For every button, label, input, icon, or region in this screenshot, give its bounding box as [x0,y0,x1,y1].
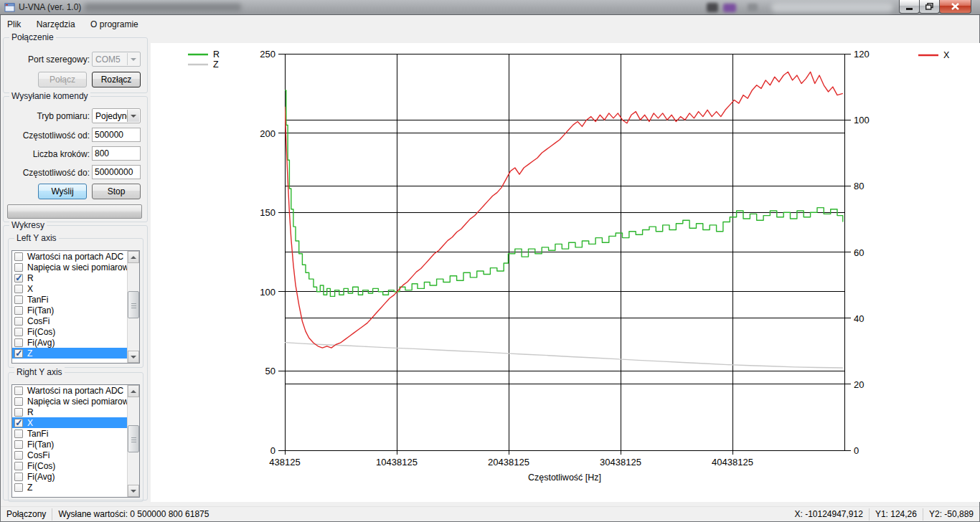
list-item[interactable]: X [12,417,127,428]
checkbox-icon[interactable] [14,263,23,272]
menu-plik[interactable]: Plik [1,16,27,32]
chart-panel[interactable]: 0501001502002500204060801001204381251043… [151,43,980,502]
list-item[interactable]: R [12,272,127,283]
list-item[interactable]: CosFi [12,450,127,460]
scroll-up-button[interactable] [128,251,139,263]
list-item-label: X [27,284,33,294]
checkbox-icon[interactable] [14,451,23,460]
checkbox-icon[interactable] [14,430,23,438]
list-item[interactable]: Wartości na portach ADC [12,385,127,396]
triangle-up-icon [131,390,136,393]
restore-button[interactable] [919,0,940,14]
right-axis-tick-label: 60 [854,247,864,258]
list-item[interactable]: Napięcia w sieci pomiarowej [12,262,127,272]
list-item[interactable]: Fi(Tan) [12,305,127,315]
list-item[interactable]: Napięcia w sieci pomiarowej [12,396,127,407]
checkbox-checked-icon[interactable] [14,274,23,283]
steps-input[interactable] [92,146,141,161]
minimize-icon [906,4,913,10]
right-y-axis-list[interactable]: Wartości na portach ADCNapięcia w sieci … [11,384,140,498]
list-item[interactable]: Fi(Avg) [12,471,127,482]
left-y-axis-group: Left Y axis Wartości na portach ADCNapię… [8,238,143,368]
checkbox-icon[interactable] [14,295,23,304]
right-axis-tick-label: 0 [854,445,859,456]
left-axis-tick-label: 250 [260,49,275,60]
list-item[interactable]: TanFi [12,294,127,305]
list-item[interactable]: Fi(Tan) [12,439,127,450]
list-item-label: Fi(Tan) [27,305,54,315]
triangle-down-icon [131,490,136,493]
checkbox-icon[interactable] [14,285,23,293]
left-list-scrollbar[interactable] [127,251,139,363]
serial-port-label: Port szeregowy: [6,54,90,65]
scroll-up-button[interactable] [128,385,139,397]
list-item[interactable]: Z [12,482,127,493]
stop-button[interactable]: Stop [92,184,141,199]
list-item[interactable]: R [12,407,127,417]
left-axis-tick-label: 150 [260,207,275,218]
charts-group-title: Wykresy [9,220,47,230]
checkbox-icon[interactable] [14,317,23,326]
scroll-down-button[interactable] [128,485,139,497]
restore-icon [925,3,933,10]
checkbox-checked-icon[interactable] [14,419,23,427]
left-y-axis-list[interactable]: Wartości na portach ADCNapięcia w sieci … [11,250,140,364]
checkbox-icon[interactable] [14,483,23,492]
checkbox-icon[interactable] [14,397,23,406]
freq-to-input[interactable] [92,165,141,179]
list-item[interactable]: TanFi [12,428,127,439]
list-item[interactable]: CosFi [12,315,127,326]
checkbox-icon[interactable] [14,306,23,315]
measure-mode-select[interactable]: Pojedyncz [92,108,141,123]
right-axis-tick-label: 40 [854,313,864,324]
serial-port-select: COM5 [92,52,141,67]
frequency-chart[interactable]: 0501001502002500204060801001204381251043… [151,43,980,502]
thumb-grip-icon [131,437,136,438]
list-item[interactable]: Fi(Avg) [12,337,127,348]
list-item[interactable]: Fi(Cos) [12,460,127,471]
scrollbar-thumb[interactable] [128,291,139,318]
status-connection: Połączony [1,509,52,519]
right-y-axis-group: Right Y axis Wartości na portach ADCNapi… [8,372,143,502]
send-button[interactable]: Wyślij [38,184,87,199]
freq-from-input[interactable] [92,128,141,142]
checkbox-icon[interactable] [14,328,23,336]
serial-port-value: COM5 [95,54,121,65]
scroll-down-button[interactable] [128,351,139,363]
close-button[interactable] [939,0,971,14]
list-item-label: Wartości na portach ADC [27,386,123,396]
connect-button: Połącz [38,72,87,87]
checkbox-icon[interactable] [14,386,23,395]
redacted-toolbar-area [771,2,893,12]
minimize-button[interactable] [899,0,920,14]
status-sent-values: Wysłane wartości: 0 500000 800 61875 [52,509,215,519]
list-item[interactable]: Z [12,348,127,359]
combo-dropdown-button[interactable] [127,110,139,122]
list-item-label: CosFi [27,450,50,460]
redacted-tray-icon [748,4,758,11]
checkbox-icon[interactable] [14,473,23,481]
checkbox-checked-icon[interactable] [14,349,23,358]
list-item[interactable]: Fi(Cos) [12,326,127,337]
checkbox-icon[interactable] [14,252,23,261]
checkbox-icon[interactable] [14,408,23,417]
legend-label-X: X [943,50,950,60]
disconnect-button[interactable]: Rozłącz [92,72,141,87]
legend-label-R: R [213,49,220,60]
list-item-label: Fi(Cos) [27,327,55,337]
legend-label-Z: Z [213,60,219,70]
checkbox-icon[interactable] [14,440,23,449]
menu-narzedzia[interactable]: Narzędzia [30,16,82,32]
menu-o-programie[interactable]: O programie [84,16,145,32]
title-bar: U-VNA (ver. 1.0) [0,0,980,15]
scrollbar-thumb[interactable] [128,425,139,452]
app-icon [4,2,15,12]
list-item[interactable]: Wartości na portach ADC [12,251,127,262]
measure-mode-label: Tryb pomiaru: [6,111,90,121]
checkbox-icon[interactable] [14,462,23,470]
right-list-scrollbar[interactable] [127,385,139,497]
list-item[interactable]: X [12,283,127,294]
triangle-down-icon [131,356,136,359]
status-cursor-y1: Y1: 124,26 [870,509,923,519]
checkbox-icon[interactable] [14,338,23,347]
